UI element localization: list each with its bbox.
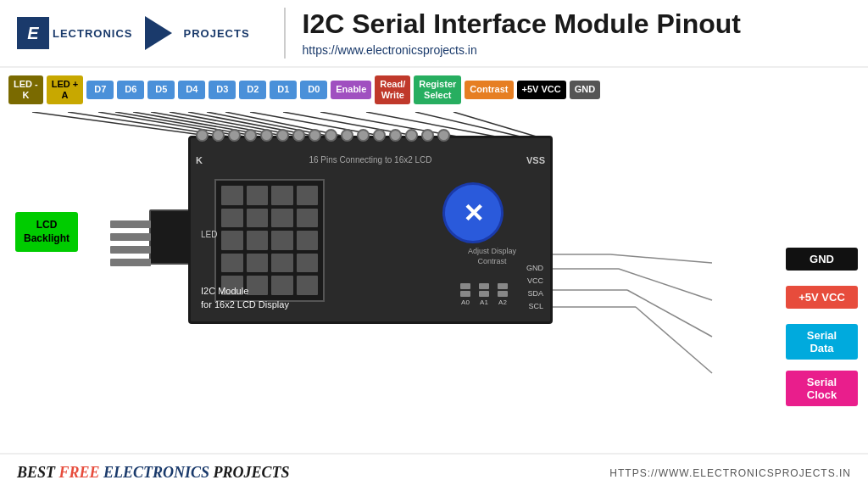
footer: BEST FREE ELECTRONICS PROJECTS HTTPS://W…	[0, 453, 868, 491]
trimmer-cross-icon: ✕	[463, 198, 484, 228]
pin-8	[309, 129, 321, 142]
board-pin-gnd: GND	[526, 264, 543, 272]
pin-3	[228, 129, 241, 142]
jumpers-area: A0 A1 A2	[460, 283, 508, 306]
board-label-k: K	[196, 155, 203, 165]
logo-e-letter: E	[17, 17, 49, 49]
pin-9	[325, 129, 337, 142]
jumper-a1-label: A1	[480, 299, 488, 306]
jumper-a0: A0	[460, 283, 470, 306]
pin-16	[437, 129, 450, 142]
pin-11	[357, 129, 370, 142]
connector-pin-4	[110, 259, 151, 266]
pin-d4: D4	[178, 81, 205, 98]
logo-area: E LECTRONICS PROJECTS	[17, 16, 250, 50]
board-label-16pins: 16 Pins Connecting to 16x2 LCD	[309, 155, 431, 165]
right-label-gnd: GND	[786, 248, 858, 271]
trimmer: ✕	[442, 182, 504, 243]
pin-d7: D7	[86, 81, 114, 98]
board-led-label: LED	[201, 230, 217, 239]
pin-4	[244, 129, 257, 142]
pin-d5: D5	[147, 81, 175, 98]
pin-header-row	[196, 129, 450, 142]
footer-best: BEST	[17, 464, 59, 481]
lcd-backlight-label: LCDBacklight	[15, 212, 78, 252]
logo-text-electronics: LECTRONICS	[53, 27, 133, 40]
pin-7	[292, 129, 305, 142]
footer-brand: BEST FREE ELECTRONICS PROJECTS	[17, 464, 290, 482]
board-label-vss: VSS	[526, 155, 545, 165]
pin-led-k: LED -K	[8, 75, 43, 104]
svg-line-21	[627, 290, 712, 337]
right-label-scl: SerialClock	[786, 371, 858, 406]
pin-labels-row: LED -K LED +A D7 D6 D5 D4 D3 D2 D1 D0 En…	[0, 68, 868, 112]
jumper-a1: A1	[479, 283, 489, 306]
svg-line-19	[619, 269, 712, 300]
pin-1	[196, 129, 209, 142]
pin-2	[212, 129, 225, 142]
pin-d0: D0	[300, 81, 327, 98]
logo-e-block: E LECTRONICS	[17, 17, 133, 49]
pin-10	[341, 129, 353, 142]
pin-d3: D3	[209, 81, 236, 98]
right-label-sda: SerialData	[786, 324, 858, 360]
connector-pin-1	[110, 220, 151, 228]
jumper-a0-label: A0	[461, 299, 470, 306]
connector-pin-2	[110, 233, 151, 241]
title-area: I2C Serial Interface Module Pinout https…	[303, 9, 741, 56]
lcd-board: K VSS 16 Pins Connecting to 16x2 LCD LED…	[188, 136, 553, 324]
logo-arrow-icon	[145, 16, 172, 50]
pin-d6: D6	[117, 81, 144, 98]
right-label-vcc: +5V VCC	[786, 286, 858, 309]
pin-gnd: GND	[570, 81, 600, 98]
pin-enable: Enable	[331, 81, 371, 98]
board-pin-scl: SCL	[528, 302, 543, 310]
board-i2c-label: I2C Module for 16x2 LCD Display	[201, 285, 289, 311]
pin-14	[405, 129, 418, 142]
footer-url: HTTPS://WWW.ELECTRONICSPROJECTS.IN	[609, 467, 851, 479]
svg-line-17	[610, 254, 712, 263]
footer-free: FREE	[59, 464, 104, 481]
header-divider	[284, 8, 286, 59]
pin-read-write: Read/Write	[375, 75, 410, 104]
pin-vcc: +5V VCC	[517, 81, 566, 98]
pin-13	[389, 129, 402, 142]
trimmer-label: Adjust DisplayContrast	[468, 247, 516, 266]
jumper-a2-label: A2	[498, 299, 507, 306]
diagram-area: LCDBacklight K VSS 16 Pins C	[0, 112, 868, 443]
svg-line-15	[453, 112, 539, 137]
board-pin-sda: SDA	[527, 289, 543, 298]
pin-5	[260, 129, 273, 142]
pin-contrast: Contrast	[465, 81, 513, 98]
pin-d1: D1	[270, 81, 297, 98]
pin-12	[373, 129, 386, 142]
pin-15	[421, 129, 434, 142]
header: E LECTRONICS PROJECTS I2C Serial Interfa…	[0, 0, 868, 68]
pin-d2: D2	[239, 81, 266, 98]
page-title: I2C Serial Interface Module Pinout	[303, 9, 741, 39]
jumper-a2: A2	[498, 283, 508, 306]
ic-chip	[214, 179, 325, 302]
connector-pin-3	[110, 246, 151, 254]
svg-line-23	[636, 307, 712, 373]
board-connector	[149, 209, 190, 265]
board-pin-vcc: VCC	[527, 276, 543, 285]
pin-led-a: LED +A	[47, 75, 83, 104]
footer-electronics: ELECTRONICS	[103, 464, 214, 481]
svg-line-0	[32, 112, 220, 137]
pin-6	[276, 129, 289, 142]
pin-register-select: RegisterSelect	[414, 75, 461, 104]
footer-projects: PROJECTS	[214, 464, 290, 481]
website-url: https://www.electronicsprojects.in	[303, 43, 741, 57]
logo-text-projects: PROJECTS	[184, 27, 250, 40]
